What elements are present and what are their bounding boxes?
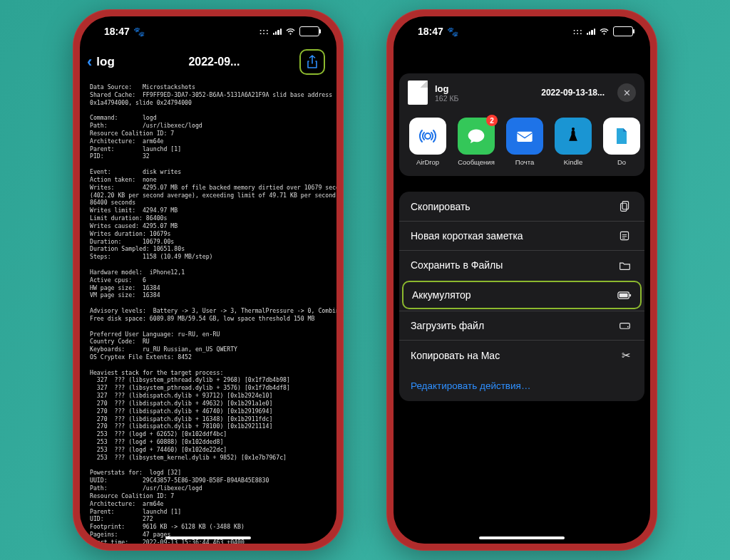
extra-status-icon: ::: xyxy=(573,27,583,36)
wifi-icon xyxy=(285,28,296,36)
app-kindle[interactable]: Kindle xyxy=(555,118,592,166)
app-mail[interactable]: Почта xyxy=(506,118,543,166)
battery-icon: 51 xyxy=(613,26,633,36)
share-app-row[interactable]: AirDrop 2 Сообщения Почта xyxy=(399,112,644,176)
home-indicator[interactable] xyxy=(165,536,251,539)
svg-rect-9 xyxy=(620,323,630,329)
svg-point-10 xyxy=(627,326,629,328)
airdrop-icon xyxy=(409,118,446,155)
action-label: Скопировать xyxy=(411,201,471,212)
phone-right: 18:47 🐾 ::: 51 log 162 КБ 2022-09-13-1 xyxy=(386,9,657,551)
app-messages[interactable]: 2 Сообщения xyxy=(458,118,495,166)
svg-rect-8 xyxy=(629,294,631,296)
action-save-files[interactable]: Сохранить в Файлы xyxy=(399,250,644,279)
messages-icon: 2 xyxy=(458,118,495,155)
app-label: Почта xyxy=(515,158,534,166)
share-sheet-top: log 162 КБ 2022-09-13-18... ✕ AirDrop xyxy=(399,73,644,176)
action-label: Сохранить в Файлы xyxy=(411,259,503,271)
docs-icon xyxy=(603,118,640,155)
app-label: Сообщения xyxy=(458,158,495,166)
nav-bar: ‹ log 2022-09... xyxy=(80,46,336,81)
file-size: 162 КБ xyxy=(435,94,534,103)
edit-actions-link[interactable]: Редактировать действия… xyxy=(399,370,644,401)
app-label: AirDrop xyxy=(416,158,439,166)
scissors-icon: ✂ xyxy=(619,349,633,362)
paw-icon: 🐾 xyxy=(133,26,145,37)
nav-title: 2022-09... xyxy=(115,56,299,68)
disk-icon xyxy=(619,321,633,331)
phone-left: 18:47 🐾 ::: 51 ‹ log 2022-09... xyxy=(73,9,344,551)
cellular-icon xyxy=(273,28,282,35)
clock: 18:47 xyxy=(104,26,130,37)
svg-rect-7 xyxy=(620,293,628,296)
svg-rect-1 xyxy=(517,132,532,142)
svg-point-0 xyxy=(425,133,431,139)
svg-point-2 xyxy=(572,128,575,130)
paw-icon: 🐾 xyxy=(447,26,458,37)
mail-icon xyxy=(506,118,543,155)
dynamic-island xyxy=(483,24,561,42)
file-date: 2022-09-13-18... xyxy=(541,88,605,98)
share-sheet-actions: Скопировать Новая короткая заметка Сохра… xyxy=(399,192,644,401)
action-battery-highlighted[interactable]: Аккумулятор xyxy=(402,281,642,309)
file-name: log xyxy=(435,83,534,94)
home-indicator[interactable] xyxy=(479,536,565,539)
clock: 18:47 xyxy=(418,26,443,37)
log-content[interactable]: Data Source: Microstackshots Shared Cach… xyxy=(80,81,336,544)
close-icon: ✕ xyxy=(623,88,631,98)
back-button[interactable]: ‹ log xyxy=(87,53,115,71)
file-icon xyxy=(408,81,428,105)
app-docs[interactable]: Do xyxy=(603,118,640,166)
note-icon xyxy=(619,230,633,242)
share-sheet-header: log 162 КБ 2022-09-13-18... ✕ xyxy=(399,73,644,112)
kindle-icon xyxy=(555,118,592,155)
screen-right: 18:47 🐾 ::: 51 log 162 КБ 2022-09-13-1 xyxy=(394,16,650,544)
copy-icon xyxy=(619,200,633,212)
svg-rect-5 xyxy=(620,232,628,239)
chevron-left-icon: ‹ xyxy=(87,53,92,71)
svg-rect-4 xyxy=(621,203,627,211)
action-label: Новая короткая заметка xyxy=(411,230,523,242)
app-label: Do xyxy=(617,158,626,166)
svg-rect-3 xyxy=(622,202,629,209)
action-label: Копировать на Mac xyxy=(411,350,500,361)
action-label: Загрузить файл xyxy=(411,320,484,331)
messages-badge: 2 xyxy=(486,115,498,126)
dynamic-island xyxy=(169,24,247,42)
folder-icon xyxy=(619,260,633,271)
battery-icon xyxy=(617,291,632,299)
extra-status-icon: ::: xyxy=(259,27,269,36)
app-label: Kindle xyxy=(564,158,582,166)
screen-left: 18:47 🐾 ::: 51 ‹ log 2022-09... xyxy=(80,16,336,544)
cellular-icon xyxy=(587,28,595,35)
app-airdrop[interactable]: AirDrop xyxy=(409,118,446,166)
wifi-icon xyxy=(599,28,610,36)
action-copy-mac[interactable]: Копировать на Mac ✂ xyxy=(399,340,644,370)
action-copy[interactable]: Скопировать xyxy=(399,192,644,221)
action-label: Аккумулятор xyxy=(412,289,471,301)
share-icon[interactable] xyxy=(307,55,318,69)
action-new-note[interactable]: Новая короткая заметка xyxy=(399,221,644,250)
share-button-highlight xyxy=(299,49,325,75)
close-button[interactable]: ✕ xyxy=(617,83,636,102)
back-label: log xyxy=(96,55,115,69)
action-upload[interactable]: Загрузить файл xyxy=(399,311,644,340)
battery-icon: 51 xyxy=(299,26,319,36)
